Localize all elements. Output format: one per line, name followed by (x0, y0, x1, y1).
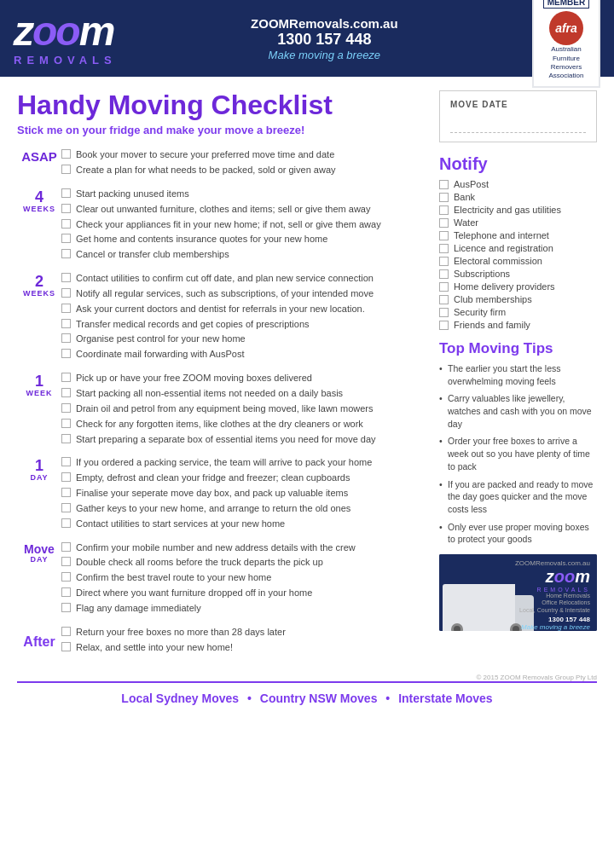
move-date-box: MOVE DATE (439, 90, 597, 142)
notify-item: Home delivery providers (439, 281, 597, 292)
tip-item: If you are packed and ready to move the … (439, 478, 597, 516)
checkbox[interactable] (61, 518, 71, 528)
notify-checkbox[interactable] (439, 180, 449, 189)
checkbox[interactable] (61, 388, 71, 397)
section-label-sub: DAY (17, 555, 61, 564)
checkbox[interactable] (61, 557, 71, 566)
afra-full-name: Australian Furniture Removers Associatio… (539, 45, 594, 81)
checkbox[interactable] (61, 472, 71, 482)
section-items-after: Return your free boxes no more than 28 d… (61, 626, 426, 657)
checklist-item: Direct where you want furniture dropped … (61, 587, 426, 599)
section-label-sub: DAY (17, 473, 61, 482)
notify-checkbox[interactable] (439, 295, 449, 304)
tips-section: Top Moving Tips The earlier you start th… (439, 340, 597, 546)
notify-checkbox[interactable] (439, 308, 449, 317)
checkbox[interactable] (61, 434, 71, 443)
section-label-main: 4 (17, 189, 61, 205)
page-subtitle: Stick me on your fridge and make your mo… (17, 124, 426, 136)
notify-checkbox[interactable] (439, 231, 449, 240)
ad-logo: zoom (515, 567, 590, 587)
page-title: Handy Moving Checklist (17, 90, 426, 120)
checkbox[interactable] (61, 288, 71, 298)
checkbox[interactable] (61, 304, 71, 313)
ad-website: ZOOMRemovals.com.au (515, 559, 590, 567)
header: zoom REMOVALS ZOOMRemovals.com.au 1300 1… (0, 0, 614, 77)
checkbox[interactable] (61, 642, 71, 651)
section-label-main: ASAP (17, 150, 61, 163)
checkbox[interactable] (61, 403, 71, 413)
notify-checkbox[interactable] (439, 244, 449, 253)
notify-checkbox[interactable] (439, 321, 449, 330)
checkbox[interactable] (61, 273, 71, 282)
checkbox[interactable] (61, 419, 71, 428)
checkbox[interactable] (61, 149, 71, 159)
checkbox[interactable] (61, 319, 71, 328)
checkbox[interactable] (61, 572, 71, 582)
checkbox[interactable] (61, 603, 71, 612)
checkbox[interactable] (61, 219, 71, 229)
checkbox[interactable] (61, 333, 71, 343)
checklist-item: Check your appliances fit in your new ho… (61, 218, 426, 231)
notify-item: AusPost (439, 179, 597, 189)
tips-title: Top Moving Tips (439, 340, 597, 357)
main-content: Handy Moving Checklist Stick me on your … (0, 77, 614, 672)
notify-checkbox[interactable] (439, 269, 449, 279)
checklist-item: Ask your current doctors and dentist for… (61, 303, 426, 315)
notify-checkbox[interactable] (439, 193, 449, 202)
checkbox[interactable] (61, 503, 71, 512)
checkbox[interactable] (61, 373, 71, 382)
afra-logo: afra (539, 11, 594, 45)
checkbox[interactable] (61, 627, 71, 636)
section-4weeks: 4 WEEKS Start packing unused items Clear… (17, 188, 426, 263)
notify-checkbox[interactable] (439, 205, 449, 215)
checkbox[interactable] (61, 587, 71, 597)
left-column: Handy Moving Checklist Stick me on your … (17, 90, 426, 665)
notify-checkbox[interactable] (439, 257, 449, 266)
checklist-item: Relax, and settle into your new home! (61, 641, 426, 654)
checklist-item: Confirm your mobile number and new addre… (61, 541, 426, 554)
checkbox[interactable] (61, 204, 71, 213)
footer-item-2: Country NSW Moves (260, 692, 378, 705)
logo-area: zoom REMOVALS (14, 11, 117, 67)
section-label-asap: ASAP (17, 148, 61, 163)
notify-item: Subscriptions (439, 269, 597, 279)
ad-logo-sub: REMOVALS (515, 587, 590, 593)
checkbox[interactable] (61, 165, 71, 174)
section-label-main: After (17, 634, 61, 650)
section-1day: 1 DAY If you ordered a packing service, … (17, 456, 426, 532)
notify-checkbox[interactable] (439, 282, 449, 292)
section-items-asap: Book your mover to secure your preferred… (61, 148, 426, 179)
notify-title: Notify (439, 154, 597, 174)
website-url: ZOOMRemovals.com.au (251, 16, 398, 31)
checkbox[interactable] (61, 349, 71, 358)
checklist-item: Clear out unwanted furniture, clothes an… (61, 203, 426, 216)
checkbox[interactable] (61, 234, 71, 243)
checklist-item: Start packing all non-essential items no… (61, 387, 426, 400)
right-column: MOVE DATE Notify AusPost Bank Electricit… (439, 90, 597, 665)
zoom-logo: zoom (14, 11, 113, 52)
section-label-main: 1 (17, 373, 61, 389)
checklist-item: Contact utilities to start services at y… (61, 518, 426, 530)
section-items-4weeks: Start packing unused items Clear out unw… (61, 188, 426, 263)
checklist-item: Notify all regular services, such as sub… (61, 287, 426, 300)
checkbox[interactable] (61, 457, 71, 466)
footer-dot: • (385, 692, 390, 705)
checklist-item: Check for any forgotten items, like clot… (61, 418, 426, 431)
checkbox[interactable] (61, 488, 71, 497)
header-contact: ZOOMRemovals.com.au 1300 157 448 Make mo… (251, 16, 398, 61)
notify-item: Licence and registration (439, 243, 597, 253)
member-label: MEMBER (543, 0, 589, 9)
tip-item: Carry valuables like jewellery, watches … (439, 392, 597, 430)
section-items-moveday: Confirm your mobile number and new addre… (61, 541, 426, 617)
notify-checkbox[interactable] (439, 218, 449, 228)
checkbox[interactable] (61, 249, 71, 258)
checkbox[interactable] (61, 188, 71, 198)
checkbox[interactable] (61, 542, 71, 552)
checklist-item: Return your free boxes no more than 28 d… (61, 626, 426, 639)
footer-item-1: Local Sydney Moves (121, 692, 239, 705)
tip-item: The earlier you start the less overwhelm… (439, 362, 597, 387)
checklist-item: Flag any damage immediately (61, 602, 426, 615)
checklist-item: Coordinate mail forwarding with AusPost (61, 348, 426, 361)
checklist-item: Double check all rooms before the truck … (61, 556, 426, 569)
section-label-main: Move (17, 543, 61, 555)
